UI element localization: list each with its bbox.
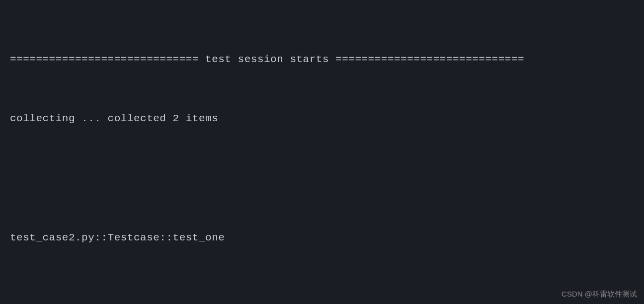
watermark: CSDN @科雷软件测试	[562, 287, 637, 302]
session-header-line: ============================= test sessi…	[10, 50, 634, 70]
terminal-output: ============================= test sessi…	[10, 10, 634, 304]
blank-line	[10, 168, 634, 188]
collecting-line: collecting ... collected 2 items	[10, 109, 634, 129]
test-one-id-line: test_case2.py::Testcase::test_one	[10, 228, 634, 248]
class-setup-line: Class setup (equal to setup_class)	[10, 287, 634, 304]
